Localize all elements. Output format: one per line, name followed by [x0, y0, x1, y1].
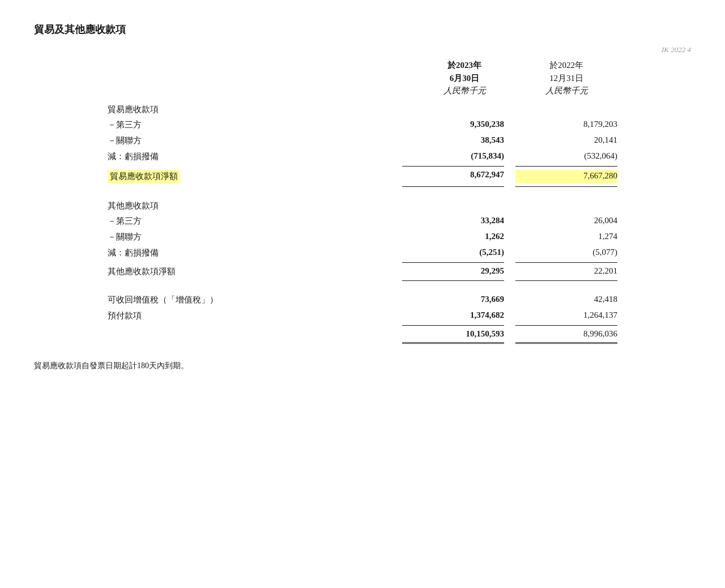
row-label: 可收回增值稅（「增值稅」） [108, 295, 413, 305]
col2-value: 26,004 [515, 216, 617, 225]
divider-row [108, 166, 617, 167]
double-divider-row [108, 342, 617, 344]
subtotal-col2-value: 22,201 [515, 266, 617, 277]
double-divider-col1 [402, 342, 504, 344]
col2-header: 於2022年 12月31日 人民幣千元 [515, 59, 617, 97]
divider-line-col1 [402, 325, 504, 326]
col2-value: (5,077) [515, 248, 617, 257]
subtotal-row: 10,150,593 8,996,036 [108, 327, 617, 341]
divider-line-col2 [515, 262, 617, 263]
watermark: IK 2022 4 [662, 45, 691, 54]
divider-row [108, 186, 617, 187]
page-title: 貿易及其他應收款項 [34, 23, 691, 36]
divider-line-col1 [402, 166, 504, 167]
table-header: 於2023年 6月30日 人民幣千元 於2022年 12月31日 人民幣千元 [108, 59, 617, 97]
footnote: 貿易應收款項自發票日期起計180天內到期。 [34, 361, 691, 371]
section-header-label: 貿易應收款項 [108, 104, 617, 115]
divider-line-col1 [402, 262, 504, 263]
col1-value: 73,669 [413, 295, 515, 304]
col2-value: 1,264,137 [515, 310, 617, 320]
col2-value: 8,179,203 [515, 120, 617, 129]
section-header-row: 貿易應收款項 [108, 102, 617, 117]
table-body: 貿易應收款項 －第三方 9,350,238 8,179,203 －關聯方 38,… [108, 102, 617, 344]
subtotal-col2-value: 8,996,036 [515, 329, 617, 339]
col1-header: 於2023年 6月30日 人民幣千元 [413, 59, 515, 97]
col1-value: (5,251) [413, 248, 515, 257]
col1-value: (715,834) [413, 151, 515, 161]
divider-line-col2 [515, 280, 617, 281]
subtotal-row: 貿易應收款項淨額 8,672,947 7,667,280 [108, 168, 617, 185]
data-row: －第三方 33,284 26,004 [108, 214, 617, 229]
row-label: －關聯方 [108, 232, 413, 242]
col2-value: (532,064) [515, 151, 617, 161]
row-label: －第三方 [108, 120, 413, 130]
col2-value: 1,274 [515, 232, 617, 241]
col1-value: 33,284 [413, 216, 515, 225]
divider-row [108, 325, 617, 326]
divider-line-col2 [515, 166, 617, 167]
financial-table: 於2023年 6月30日 人民幣千元 於2022年 12月31日 人民幣千元 貿… [108, 59, 617, 344]
subtotal-col1-value: 10,150,593 [413, 329, 515, 339]
data-row: －關聯方 1,262 1,274 [108, 229, 617, 245]
spacer-row [108, 188, 617, 198]
row-label: 減：虧損撥備 [108, 248, 413, 258]
divider-line-col1 [402, 280, 504, 281]
data-row: 可收回增值稅（「增值稅」） 73,669 42,418 [108, 292, 617, 308]
divider-line-col2 [515, 325, 617, 326]
divider-line-col1 [402, 186, 504, 187]
section-header-row: 其他應收款項 [108, 198, 617, 214]
section-header-label: 其他應收款項 [108, 201, 617, 211]
row-label: 預付款項 [108, 310, 413, 321]
divider-line-col2 [515, 186, 617, 187]
data-row: 減：虧損撥備 (5,251) (5,077) [108, 245, 617, 261]
row-label: 減：虧損撥備 [108, 151, 413, 162]
subtotal-col1-value: 29,295 [413, 266, 515, 277]
data-row: 預付款項 1,374,682 1,264,137 [108, 308, 617, 324]
divider-row [108, 262, 617, 263]
subtotal-label: 其他應收款項淨額 [108, 267, 176, 276]
spacer-row [108, 282, 617, 292]
subtotal-row: 其他應收款項淨額 29,295 22,201 [108, 264, 617, 279]
row-label: －關聯方 [108, 135, 413, 146]
col1-value: 38,543 [413, 135, 515, 145]
data-row: －第三方 9,350,238 8,179,203 [108, 117, 617, 133]
row-label: －第三方 [108, 216, 413, 227]
col2-value: 20,141 [515, 135, 617, 145]
col2-value: 42,418 [515, 295, 617, 304]
col1-value: 1,374,682 [413, 310, 515, 320]
subtotal-col1-value: 8,672,947 [413, 170, 515, 183]
subtotal-label: 貿易應收款項淨額 [108, 170, 180, 183]
col1-value: 9,350,238 [413, 120, 515, 129]
subtotal-col2-value: 7,667,280 [515, 170, 617, 183]
data-row: 減：虧損撥備 (715,834) (532,064) [108, 149, 617, 165]
data-row: －關聯方 38,543 20,141 [108, 133, 617, 149]
divider-row [108, 280, 617, 281]
col1-value: 1,262 [413, 232, 515, 241]
double-divider-col2 [515, 342, 617, 344]
